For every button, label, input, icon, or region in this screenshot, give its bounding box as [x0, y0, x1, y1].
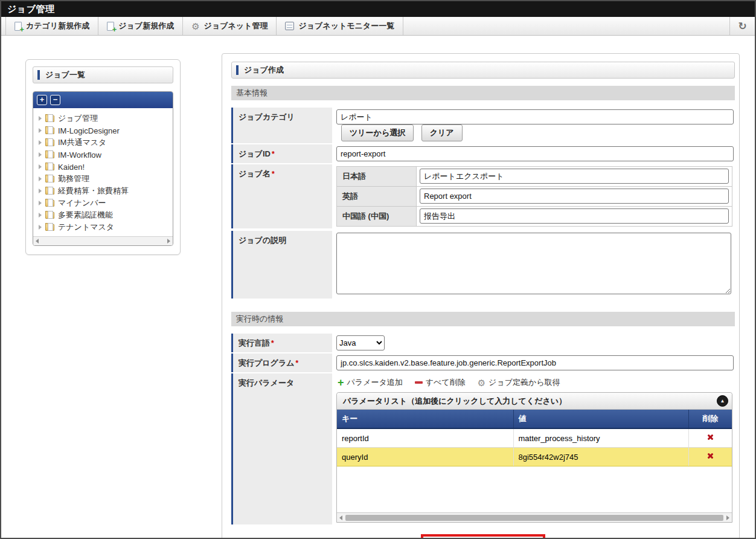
param-table-empty-area: [337, 466, 732, 512]
toolbar-spacer: [1, 17, 6, 35]
form-row-job-id: ジョブID*: [231, 144, 735, 163]
expand-arrow-icon[interactable]: [39, 213, 42, 218]
expand-arrow-icon[interactable]: [39, 176, 42, 181]
required-mark: *: [271, 339, 274, 347]
content-area: ジョブ一覧 + − ジョブ管理 IM-LogicDesigner IM共通マスタ…: [1, 36, 755, 539]
expand-arrow-icon[interactable]: [39, 128, 42, 133]
expand-arrow-icon[interactable]: [39, 116, 42, 121]
gear-icon: ⚙: [478, 378, 485, 387]
param-value-cell[interactable]: 8gi554r42w2j745: [513, 448, 688, 466]
folder-icon: [45, 176, 54, 182]
folder-icon: [45, 188, 54, 195]
expand-arrow-icon[interactable]: [39, 189, 42, 193]
job-name-en-input[interactable]: [420, 189, 729, 204]
page-title: ジョブ管理: [1, 1, 755, 17]
job-name-ja-input[interactable]: [420, 169, 729, 184]
folder-icon: [45, 127, 54, 134]
toolbar: カテゴリ新規作成 ジョブ新規作成 ⚙ ジョブネット管理 ジョブネットモニター一覧…: [1, 17, 755, 36]
job-tree-body: ジョブ管理 IM-LogicDesigner IM共通マスタ IM-Workfl…: [33, 108, 173, 236]
param-row[interactable]: reportId matter_process_history: [337, 428, 732, 448]
scrollbar-thumb[interactable]: [345, 515, 723, 521]
scroll-left-icon[interactable]: [339, 515, 342, 520]
param-key-cell[interactable]: queryId: [337, 448, 513, 466]
form-row-exec-program: 実行プログラム*: [231, 353, 735, 372]
folder-icon: [45, 212, 54, 219]
description-label: ジョブの説明: [231, 231, 332, 299]
param-delete-cell: [688, 428, 732, 448]
expand-arrow-icon[interactable]: [39, 225, 42, 230]
param-actions: + パラメータ追加 すべて削除 ⚙ ジョブ定義から取得: [336, 375, 734, 392]
required-mark: *: [296, 359, 299, 367]
folder-icon: [45, 140, 54, 146]
locale-row-en: 英語: [337, 187, 732, 207]
tree-item[interactable]: ジョブ管理: [39, 112, 170, 124]
tree-horizontal-scrollbar[interactable]: [33, 236, 173, 245]
param-list-panel: パラメータリスト（追加後にクリックして入力してください） ▲ キー 値 削除: [336, 392, 732, 523]
exec-language-label: 実行言語*: [231, 334, 332, 352]
expand-arrow-icon[interactable]: [39, 152, 42, 157]
job-name-zh-input[interactable]: [420, 208, 729, 224]
refresh-icon[interactable]: ↻: [729, 17, 755, 35]
header-accent-bar: [236, 65, 239, 75]
scroll-right-icon[interactable]: [726, 515, 729, 520]
param-key-cell[interactable]: reportId: [337, 428, 513, 448]
tree-item[interactable]: 勤務管理: [39, 173, 170, 185]
job-create-header: ジョブ作成: [231, 62, 735, 79]
delete-row-icon[interactable]: [706, 433, 714, 441]
param-value-cell[interactable]: matter_process_history: [513, 428, 688, 448]
section-basic-info: 基本情報: [231, 86, 735, 100]
tree-item[interactable]: IM-Workflow: [39, 149, 170, 161]
param-table-header-row: キー 値 削除: [337, 410, 732, 428]
minus-icon: [415, 381, 423, 384]
scroll-right-icon[interactable]: [167, 239, 170, 244]
add-param-button[interactable]: + パラメータ追加: [338, 377, 403, 388]
tree-select-button[interactable]: ツリーから選択: [341, 124, 414, 141]
param-table: キー 値 削除 reportId matter_process_history …: [337, 410, 732, 466]
locale-row-ja: 日本語: [337, 167, 732, 187]
toolbar-button-jobnet-manage[interactable]: ⚙ ジョブネット管理: [183, 17, 277, 35]
tree-item[interactable]: Kaiden!: [39, 161, 170, 173]
toolbar-button-jobnet-monitor[interactable]: ジョブネットモニター一覧: [277, 17, 403, 35]
toolbar-button-new-category[interactable]: カテゴリ新規作成: [6, 17, 98, 35]
job-id-input[interactable]: [336, 146, 734, 161]
param-horizontal-scrollbar[interactable]: [337, 512, 732, 522]
tree-item[interactable]: IM共通マスタ: [39, 137, 170, 149]
job-name-label: ジョブ名*: [231, 164, 332, 228]
param-row[interactable]: queryId 8gi554r42w2j745: [337, 448, 732, 466]
locale-row-zh: 中国語 (中国): [337, 207, 732, 226]
list-icon: [285, 22, 294, 30]
plus-icon: +: [338, 379, 344, 386]
collapse-all-icon[interactable]: −: [50, 95, 60, 105]
get-from-definition-button[interactable]: ⚙ ジョブ定義から取得: [478, 377, 560, 388]
category-input[interactable]: [336, 109, 734, 124]
form-row-job-name: ジョブ名* 日本語 英語: [231, 164, 735, 228]
exec-program-input[interactable]: [336, 355, 734, 370]
exec-language-select[interactable]: Java: [336, 335, 385, 350]
column-header-delete: 削除: [688, 410, 732, 428]
job-id-label: ジョブID*: [231, 144, 332, 163]
delete-all-params-button[interactable]: すべて削除: [415, 377, 466, 388]
expand-arrow-icon[interactable]: [39, 140, 42, 145]
scroll-left-icon[interactable]: [36, 239, 39, 244]
tree-item[interactable]: マイナンバー: [39, 197, 170, 209]
tree-item[interactable]: 多要素認証機能: [39, 209, 170, 221]
folder-icon: [45, 152, 54, 158]
job-list-header: ジョブ一覧: [33, 66, 173, 83]
param-list-header: パラメータリスト（追加後にクリックして入力してください） ▲: [337, 393, 732, 410]
clear-button[interactable]: クリア: [421, 124, 463, 141]
delete-row-icon[interactable]: [706, 452, 714, 460]
job-create-panel: ジョブ作成 基本情報 ジョブカテゴリ ツリーから選択 クリア ジョブID*: [222, 53, 740, 539]
job-list-box: ジョブ一覧 + − ジョブ管理 IM-LogicDesigner IM共通マスタ…: [25, 59, 181, 255]
expand-arrow-icon[interactable]: [39, 164, 42, 169]
expand-all-icon[interactable]: +: [37, 95, 47, 105]
collapse-panel-icon[interactable]: ▲: [717, 395, 728, 407]
tree-item[interactable]: 経費精算・旅費精算: [39, 185, 170, 197]
tree-item[interactable]: IM-LogicDesigner: [39, 124, 170, 137]
expand-arrow-icon[interactable]: [39, 201, 42, 205]
submit-area: 新規作成: [231, 534, 735, 539]
form-row-description: ジョブの説明: [231, 231, 735, 299]
gear-icon: ⚙: [191, 22, 199, 31]
tree-item[interactable]: テナントマスタ: [39, 221, 170, 233]
description-textarea[interactable]: [336, 233, 731, 294]
toolbar-button-new-job[interactable]: ジョブ新規作成: [98, 17, 183, 35]
